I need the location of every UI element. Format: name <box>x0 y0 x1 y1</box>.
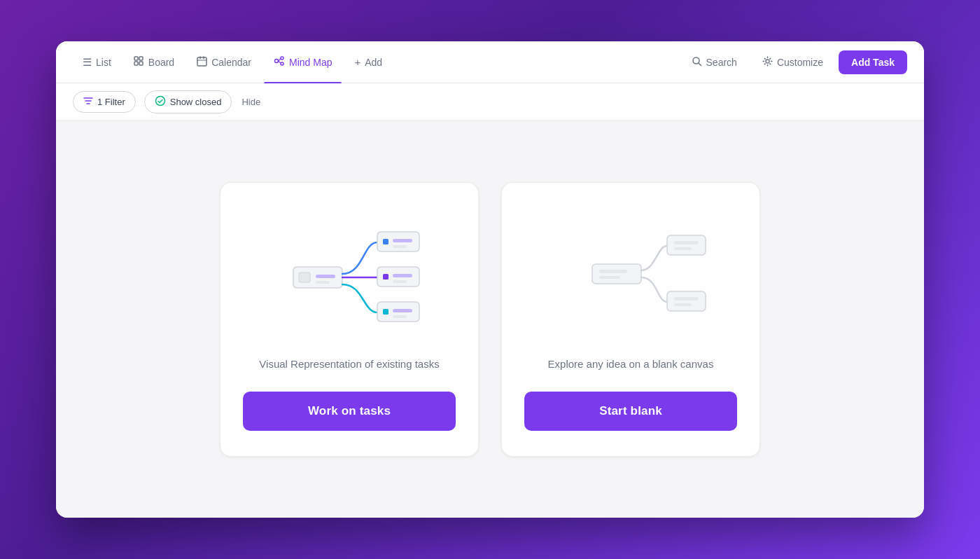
search-icon <box>692 56 702 69</box>
customize-label: Customize <box>777 57 823 68</box>
tab-add-label: Add <box>365 57 382 68</box>
start-blank-button[interactable]: Start blank <box>524 392 737 431</box>
plus-icon: + <box>354 56 360 68</box>
svg-rect-1 <box>134 62 138 65</box>
svg-rect-43 <box>674 297 699 301</box>
show-closed-label: Show closed <box>170 97 222 107</box>
svg-point-10 <box>281 62 284 65</box>
svg-rect-29 <box>383 274 388 280</box>
tab-calendar-label: Calendar <box>211 57 251 68</box>
svg-rect-36 <box>592 264 641 284</box>
work-on-tasks-illustration <box>272 211 426 337</box>
nav-right: Search Customize Add Task <box>682 50 907 74</box>
svg-rect-40 <box>674 241 699 244</box>
start-blank-illustration <box>554 211 708 337</box>
svg-line-14 <box>699 63 701 66</box>
board-icon <box>134 56 144 69</box>
tab-list-label: List <box>96 57 111 68</box>
gear-icon <box>762 56 773 69</box>
svg-rect-26 <box>393 239 412 242</box>
svg-point-8 <box>274 60 278 63</box>
top-nav: ☰ List Board <box>56 41 924 83</box>
svg-rect-41 <box>674 247 692 250</box>
add-task-label: Add Task <box>851 57 895 68</box>
filter-chip[interactable]: 1 Filter <box>73 91 136 113</box>
calendar-icon <box>197 56 207 69</box>
filter-bar: 1 Filter Show closed Hide <box>56 83 924 121</box>
hide-label: Hide <box>241 97 260 107</box>
filter-icon <box>83 96 93 108</box>
main-window: ☰ List Board <box>56 41 924 518</box>
svg-rect-27 <box>393 245 407 248</box>
svg-rect-2 <box>139 57 143 60</box>
svg-rect-31 <box>393 280 407 283</box>
svg-rect-37 <box>599 270 627 273</box>
customize-button[interactable]: Customize <box>752 50 833 74</box>
mindmap-icon <box>274 55 285 69</box>
add-task-button[interactable]: Add Task <box>839 50 907 74</box>
content-area: Visual Representation of existing tasks … <box>56 121 924 518</box>
tab-board-label: Board <box>148 57 174 68</box>
svg-point-9 <box>281 57 284 60</box>
tab-mindmap[interactable]: Mind Map <box>264 50 342 74</box>
search-button[interactable]: Search <box>682 50 747 74</box>
work-on-tasks-button[interactable]: Work on tasks <box>243 392 456 431</box>
svg-point-15 <box>766 60 769 63</box>
start-blank-card: Explore any idea on a blank canvas Start… <box>501 182 760 457</box>
start-blank-description: Explore any idea on a blank canvas <box>548 357 714 373</box>
check-circle-icon <box>155 95 166 109</box>
list-icon: ☰ <box>83 56 92 69</box>
svg-rect-39 <box>667 235 706 255</box>
svg-rect-38 <box>599 276 620 279</box>
work-on-tasks-card: Visual Representation of existing tasks … <box>220 182 479 457</box>
tab-board[interactable]: Board <box>124 50 184 74</box>
tab-list[interactable]: ☰ List <box>73 50 121 74</box>
work-on-tasks-description: Visual Representation of existing tasks <box>259 357 439 373</box>
svg-rect-33 <box>383 309 388 315</box>
search-label: Search <box>706 57 737 68</box>
svg-line-11 <box>278 59 281 61</box>
filter-label: 1 Filter <box>97 97 125 107</box>
tab-calendar[interactable]: Calendar <box>187 50 261 74</box>
svg-rect-35 <box>393 315 407 318</box>
svg-rect-0 <box>134 57 138 60</box>
svg-point-19 <box>155 97 164 106</box>
svg-rect-34 <box>393 309 412 312</box>
svg-rect-30 <box>393 274 412 277</box>
svg-rect-22 <box>316 275 335 278</box>
svg-line-12 <box>278 61 281 63</box>
svg-rect-25 <box>383 239 388 244</box>
tab-mindmap-label: Mind Map <box>289 57 332 68</box>
svg-rect-4 <box>197 57 206 66</box>
svg-rect-44 <box>674 303 692 306</box>
show-closed-button[interactable]: Show closed <box>144 90 232 113</box>
svg-rect-23 <box>316 281 330 284</box>
svg-rect-42 <box>667 291 706 311</box>
tab-add[interactable]: + Add <box>344 50 392 74</box>
svg-rect-3 <box>139 62 143 65</box>
svg-rect-21 <box>299 272 310 282</box>
hide-button[interactable]: Hide <box>240 92 262 111</box>
